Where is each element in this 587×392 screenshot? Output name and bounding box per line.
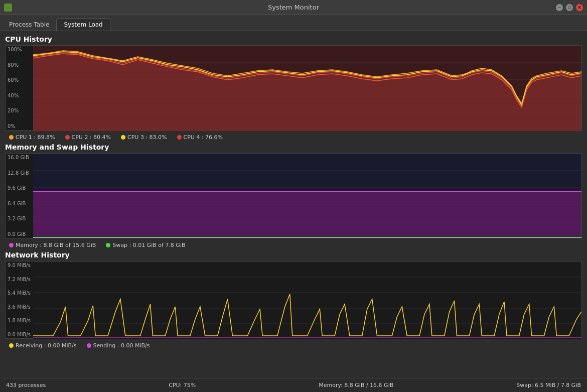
status-memory: Memory: 8.8 GiB / 15.6 GiB [319, 382, 393, 388]
memory-y-labels: 16.0 GiB 12.8 GiB 9.6 GiB 6.4 GiB 3.2 Gi… [6, 154, 33, 238]
memory-chart-area [33, 154, 581, 239]
cpu-section: CPU History 100% 80% 60% 40% 20% 0% [5, 35, 582, 142]
cpu-y-labels: 100% 80% 60% 40% 20% 0% [6, 46, 33, 130]
memory-legend-item: Memory : 8.8 GiB of 15.6 GiB [9, 242, 96, 248]
cpu-legend: CPU 1 : 89.8% CPU 2 : 80.4% CPU 3 : 83.0… [5, 133, 582, 142]
window-controls: – □ ✕ [556, 4, 583, 11]
cpu3-dot [121, 135, 125, 140]
network-section-title: Network History [5, 251, 582, 259]
minimize-button[interactable]: – [556, 4, 563, 11]
network-chart-area [33, 262, 581, 339]
memory-legend: Memory : 8.8 GiB of 15.6 GiB Swap : 0.01… [5, 240, 582, 250]
window-title: System Monitor [268, 4, 319, 11]
main-content: CPU History 100% 80% 60% 40% 20% 0% [0, 31, 587, 378]
swap-label: Swap : 0.01 GiB of 7.8 GiB [112, 242, 185, 248]
tab-process-table[interactable]: Process Table [2, 19, 56, 31]
cpu-chart-svg [33, 46, 581, 131]
app-icon [4, 4, 12, 12]
memory-dot [9, 243, 14, 247]
status-processes: 433 processes [6, 382, 46, 388]
memory-section: Memory and Swap History 16.0 GiB 12.8 Gi… [5, 143, 582, 250]
cpu1-label: CPU 1 : 89.8% [16, 134, 55, 141]
cpu-section-title: CPU History [5, 35, 582, 43]
tabs-bar: Process Table System Load [0, 15, 587, 31]
close-button[interactable]: ✕ [576, 4, 583, 11]
maximize-button[interactable]: □ [566, 4, 573, 11]
status-cpu: CPU: 75% [169, 382, 196, 388]
svg-rect-18 [33, 262, 581, 339]
swap-dot [106, 243, 110, 247]
receiving-legend-item: Receiving : 0.00 MiB/s [9, 342, 77, 349]
tab-system-load[interactable]: System Load [56, 18, 110, 31]
cpu2-dot [65, 135, 70, 140]
cpu-chart-area [33, 46, 581, 131]
receiving-label: Receiving : 0.00 MiB/s [16, 342, 77, 349]
network-y-labels: 9.0 MiB/s 7.2 MiB/s 5.4 MiB/s 3.6 MiB/s … [6, 262, 33, 338]
network-chart-svg [33, 262, 581, 339]
memory-chart-container: 16.0 GiB 12.8 GiB 9.6 GiB 6.4 GiB 3.2 Gi… [5, 153, 582, 238]
sending-legend-item: Sending : 0.00 MiB/s [87, 342, 150, 349]
status-bar: 433 processes CPU: 75% Memory: 8.8 GiB /… [0, 378, 587, 392]
cpu2-legend: CPU 2 : 80.4% [65, 134, 111, 141]
svg-marker-15 [33, 192, 581, 239]
cpu3-legend: CPU 3 : 83.0% [121, 134, 167, 141]
network-legend: Receiving : 0.00 MiB/s Sending : 0.00 Mi… [5, 341, 582, 350]
cpu-chart-container: 100% 80% 60% 40% 20% 0% [5, 45, 582, 130]
sending-label: Sending : 0.00 MiB/s [93, 342, 150, 349]
cpu4-dot [177, 135, 182, 140]
memory-section-title: Memory and Swap History [5, 143, 582, 151]
memory-label: Memory : 8.8 GiB of 15.6 GiB [16, 242, 96, 248]
cpu4-legend: CPU 4 : 76.6% [177, 134, 223, 141]
title-bar-left [4, 4, 12, 12]
network-section: Network History 9.0 MiB/s 7.2 MiB/s 5.4 … [5, 251, 582, 350]
swap-legend-item: Swap : 0.01 GiB of 7.8 GiB [106, 242, 185, 248]
cpu1-dot [9, 135, 14, 140]
cpu2-label: CPU 2 : 80.4% [72, 134, 111, 141]
network-chart-container: 9.0 MiB/s 7.2 MiB/s 5.4 MiB/s 3.6 MiB/s … [5, 261, 582, 339]
cpu4-label: CPU 4 : 76.6% [184, 134, 223, 141]
title-bar: System Monitor – □ ✕ [0, 0, 587, 15]
cpu1-legend: CPU 1 : 89.8% [9, 134, 55, 141]
sending-dot [87, 343, 91, 348]
status-swap: Swap: 6.5 MiB / 7.8 GiB [516, 382, 581, 388]
memory-chart-svg [33, 154, 581, 239]
receiving-dot [9, 343, 14, 348]
cpu3-label: CPU 3 : 83.0% [127, 134, 167, 141]
